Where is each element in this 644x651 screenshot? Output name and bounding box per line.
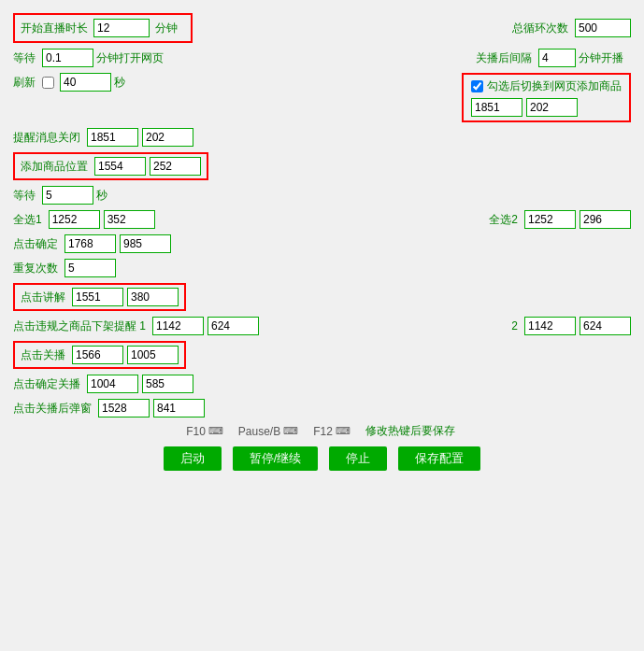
refresh-input[interactable] xyxy=(60,73,111,92)
close-stream-y[interactable] xyxy=(127,346,179,364)
violation2-label: 2 xyxy=(511,319,518,333)
hotkey-pause-label: Pause/B xyxy=(238,425,280,438)
popup-close-label: 点击关播后弹窗 xyxy=(13,401,92,417)
row-repeat: 重复次数 xyxy=(13,259,631,277)
wait2-unit: 秒 xyxy=(96,188,107,204)
violation1-x[interactable] xyxy=(152,317,204,335)
total-loops-input[interactable] xyxy=(575,19,631,37)
remind-x[interactable] xyxy=(87,128,138,147)
row-start-duration: 开始直播时长 分钟 总循环次数 xyxy=(13,13,631,43)
popup-close-y[interactable] xyxy=(153,399,205,417)
explain-y[interactable] xyxy=(127,288,179,306)
save-button[interactable]: 保存配置 xyxy=(398,446,480,471)
row-confirm-click: 点击确定 xyxy=(13,234,631,253)
keyboard-icon-f10: ⌨ xyxy=(208,425,223,437)
refresh-unit: 秒 xyxy=(114,75,125,91)
confirm-close-label: 点击确定关播 xyxy=(13,376,80,392)
keyboard-icon-pause: ⌨ xyxy=(283,425,298,437)
close-stream-x[interactable] xyxy=(72,346,123,364)
refresh-checkbox[interactable] xyxy=(42,77,54,89)
add-product-box: 添加商品位置 xyxy=(13,152,208,180)
selectall1-label: 全选1 xyxy=(13,212,42,228)
row-violation: 点击违规之商品下架提醒 1 2 xyxy=(13,317,631,335)
row-wait1: 等待 分钟打开网页 关播后间隔 分钟开播 xyxy=(13,49,631,67)
start-duration-input[interactable] xyxy=(93,19,150,37)
hotkey-pause-group: Pause/B ⌨ xyxy=(238,425,298,438)
bottom-buttons: 启动 暂停/继续 停止 保存配置 xyxy=(13,446,631,471)
explain-label: 点击讲解 xyxy=(21,290,65,305)
remind-label: 提醒消息关闭 xyxy=(13,130,80,146)
pause-button[interactable]: 暂停/继续 xyxy=(233,446,319,471)
close-interval-unit: 分钟开播 xyxy=(579,50,623,66)
selectall2-label: 全选2 xyxy=(489,212,518,228)
violation-label: 点击违规之商品下架提醒 1 xyxy=(13,318,146,334)
wait2-label: 等待 xyxy=(13,188,36,204)
add-product-y[interactable] xyxy=(150,157,201,176)
hotkey-f12-group: F12 ⌨ xyxy=(313,425,351,438)
hotkey-save-hint: 修改热键后要保存 xyxy=(365,423,455,439)
stop-button[interactable]: 停止 xyxy=(329,446,387,471)
checkbox-section: 勾选后切换到网页添加商品 xyxy=(462,73,631,122)
row-add-product: 添加商品位置 xyxy=(13,152,631,180)
start-duration-label: 开始直播时长 xyxy=(21,21,88,36)
row-popup-close: 点击关播后弹窗 xyxy=(13,399,631,417)
selectall2-y[interactable] xyxy=(580,210,631,229)
selectall2-x[interactable] xyxy=(524,210,576,229)
total-loops-label: 总循环次数 xyxy=(512,21,568,36)
start-duration-unit: 分钟 xyxy=(155,21,178,36)
confirm-click-x[interactable] xyxy=(64,234,116,253)
wait1-label: 等待 xyxy=(13,50,36,66)
close-stream-label: 点击关播 xyxy=(21,347,65,363)
confirm-close-x[interactable] xyxy=(87,375,138,393)
violation2-y[interactable] xyxy=(580,317,631,335)
hotkey-f12-label: F12 xyxy=(313,425,333,438)
row-close-stream: 点击关播 xyxy=(13,341,631,369)
checkbox-add-product-label: 勾选后切换到网页添加商品 xyxy=(487,78,622,94)
add-product-checkbox[interactable] xyxy=(471,80,483,92)
popup-close-x[interactable] xyxy=(98,399,150,417)
confirm-close-y[interactable] xyxy=(142,375,193,393)
wait2-input[interactable] xyxy=(42,186,93,205)
selectall1-y[interactable] xyxy=(104,210,155,229)
refresh-label: 刷新 xyxy=(13,75,36,91)
start-duration-box: 开始直播时长 分钟 xyxy=(13,13,193,43)
hotkey-f10-label: F10 xyxy=(186,425,206,438)
remind-y[interactable] xyxy=(142,128,193,147)
close-stream-box: 点击关播 xyxy=(13,341,186,369)
confirm-click-label: 点击确定 xyxy=(13,236,58,252)
row-refresh: 刷新 秒 勾选后切换到网页添加商品 xyxy=(13,73,631,122)
checkbox-remind-y[interactable] xyxy=(526,98,578,117)
explain-x[interactable] xyxy=(72,288,123,306)
row-explain: 点击讲解 xyxy=(13,283,631,311)
violation2-x[interactable] xyxy=(524,317,576,335)
add-product-label: 添加商品位置 xyxy=(21,159,88,175)
row-remind: 提醒消息关闭 xyxy=(13,128,631,147)
row-wait2: 等待 秒 xyxy=(13,186,631,205)
checkbox-remind-x[interactable] xyxy=(471,98,522,117)
wait1-input[interactable] xyxy=(42,49,93,67)
explain-box: 点击讲解 xyxy=(13,283,186,311)
main-container: 开始直播时长 分钟 总循环次数 等待 分钟打开网页 关播后间隔 分钟开播 刷新 … xyxy=(7,7,637,476)
close-interval-label: 关播后间隔 xyxy=(476,50,532,66)
repeat-input[interactable] xyxy=(64,259,116,277)
row-confirm-close: 点击确定关播 xyxy=(13,375,631,393)
start-button[interactable]: 启动 xyxy=(164,446,222,471)
row-selectall: 全选1 全选2 xyxy=(13,210,631,229)
close-interval-input[interactable] xyxy=(538,49,576,67)
wait1-unit: 分钟打开网页 xyxy=(96,50,164,66)
violation1-y[interactable] xyxy=(208,317,259,335)
keyboard-icon-f12: ⌨ xyxy=(336,425,351,437)
hotkey-f10-group: F10 ⌨ xyxy=(186,425,223,438)
repeat-label: 重复次数 xyxy=(13,261,58,276)
confirm-click-y[interactable] xyxy=(120,234,171,253)
add-product-x[interactable] xyxy=(94,157,146,176)
selectall1-x[interactable] xyxy=(49,210,100,229)
row-hotkeys: F10 ⌨ Pause/B ⌨ F12 ⌨ 修改热键后要保存 xyxy=(13,423,631,439)
